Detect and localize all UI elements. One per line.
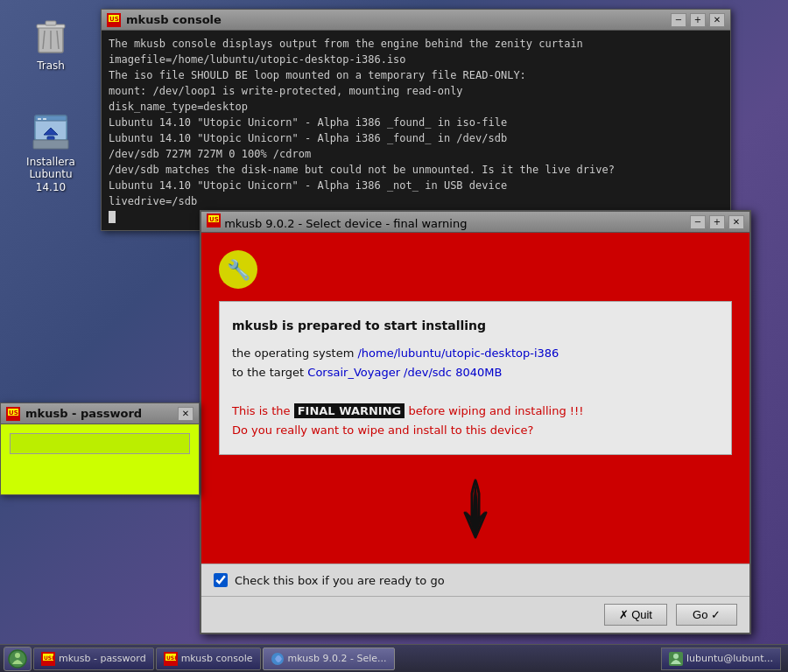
console-line-1: The mkusb console displays output from t… bbox=[109, 36, 723, 52]
svg-rect-2 bbox=[46, 21, 56, 25]
console-titlebar: USB mkusb console − + ✕ bbox=[102, 10, 730, 31]
console-line-2: imagefile=/home/lubuntu/utopic-desktop-i… bbox=[109, 52, 723, 67]
console-close-button[interactable]: ✕ bbox=[709, 13, 725, 27]
warning-close-button[interactable]: ✕ bbox=[728, 215, 744, 229]
taskbar-select-icon bbox=[271, 652, 285, 666]
password-titlebar: USB mkusb - password ✕ bbox=[1, 403, 199, 424]
warning-message-box: mkusb is prepared to start installing th… bbox=[219, 301, 732, 455]
svg-point-23 bbox=[15, 653, 20, 658]
password-title-icon: USB bbox=[6, 407, 20, 421]
taskbar-btn-select[interactable]: mkusb 9.0.2 - Sele... bbox=[263, 648, 395, 670]
warning-titlebar: USB mkusb 9.0.2 - Select device - final … bbox=[201, 212, 749, 233]
preparing-label: mkusb is prepared to start installing bbox=[232, 316, 719, 337]
trash-label: Trash bbox=[37, 60, 65, 72]
warning-window-controls: − + ✕ bbox=[690, 215, 744, 229]
warning-badge: FINAL WARNING bbox=[294, 403, 405, 418]
warning-minimize-button[interactable]: − bbox=[690, 215, 706, 229]
os-path: /home/lubuntu/utopic-desktop-i386 bbox=[357, 346, 559, 360]
console-title-icon: USB bbox=[107, 13, 121, 27]
console-line-10: Lubuntu 14.10 "Utopic Unicorn" - Alpha i… bbox=[109, 178, 723, 193]
arrow-container bbox=[219, 467, 732, 546]
go-button[interactable]: Go ✓ bbox=[676, 604, 737, 626]
desktop: Trash InstalleraLubuntu 14.10 USB bbox=[0, 0, 788, 672]
install-label: InstalleraLubuntu 14.10 bbox=[21, 156, 81, 193]
console-line-6: Lubuntu 14.10 "Utopic Unicorn" - Alpha i… bbox=[109, 115, 723, 130]
warning-maximize-button[interactable]: + bbox=[709, 215, 725, 229]
svg-rect-9 bbox=[43, 118, 46, 120]
console-line-7: Lubuntu 14.10 "Utopic Unicorn" - Alpha i… bbox=[109, 130, 723, 146]
console-output: The mkusb console displays output from t… bbox=[102, 31, 730, 230]
svg-rect-11 bbox=[47, 136, 54, 140]
warning-title-text: mkusb 9.0.2 - Select device - final warn… bbox=[224, 217, 467, 230]
taskbar: USB mkusb - password USB mkusb console m… bbox=[0, 644, 788, 672]
taskbar-btn-console-label: mkusb console bbox=[181, 653, 253, 664]
console-line-3: The iso file SHOULD BE loop mounted on a… bbox=[109, 67, 723, 83]
svg-text:USB: USB bbox=[209, 216, 221, 223]
user-icon bbox=[669, 652, 683, 666]
taskbar-btn-console[interactable]: USB mkusb console bbox=[156, 648, 261, 670]
checkbox-label: Check this box if you are ready to go bbox=[235, 574, 445, 587]
svg-rect-8 bbox=[38, 118, 41, 120]
svg-text:USB: USB bbox=[166, 654, 178, 661]
console-window-controls: − + ✕ bbox=[671, 13, 725, 27]
console-maximize-button[interactable]: + bbox=[690, 13, 706, 27]
ready-checkbox[interactable] bbox=[214, 573, 228, 587]
svg-rect-12 bbox=[33, 140, 68, 149]
start-icon bbox=[7, 648, 28, 669]
desktop-icon-trash[interactable]: Trash bbox=[16, 9, 86, 77]
taskbar-console-icon: USB bbox=[164, 652, 178, 666]
svg-text:USB: USB bbox=[109, 16, 121, 23]
taskbar-btn-password[interactable]: USB mkusb - password bbox=[33, 648, 154, 670]
warning-title-left: USB mkusb 9.0.2 - Select device - final … bbox=[207, 214, 467, 230]
svg-text:USB: USB bbox=[44, 654, 55, 661]
trash-icon bbox=[30, 14, 72, 56]
taskbar-btn-select-label: mkusb 9.0.2 - Sele... bbox=[288, 653, 387, 664]
console-line-5: disk_name_type=desktop bbox=[109, 99, 723, 115]
password-title-text: mkusb - password bbox=[25, 407, 142, 420]
install-icon bbox=[30, 110, 72, 152]
console-line-8: /dev/sdb 727M 727M 0 100% /cdrom bbox=[109, 146, 723, 162]
password-close-button[interactable]: ✕ bbox=[178, 407, 193, 421]
password-title-left: USB mkusb - password bbox=[6, 407, 142, 421]
console-minimize-button[interactable]: − bbox=[671, 13, 686, 27]
warning-title-icon: USB bbox=[207, 214, 221, 228]
password-window: USB mkusb - password ✕ bbox=[0, 402, 200, 495]
password-window-controls: ✕ bbox=[178, 407, 193, 421]
password-content bbox=[1, 424, 199, 494]
target-device: Corsair_Voyager /dev/sdc 8040MB bbox=[307, 366, 502, 379]
svg-text:USB: USB bbox=[9, 410, 20, 416]
taskbar-right: lubuntu@lubunt... bbox=[661, 648, 784, 670]
dialog-buttons: ✗ Quit Go ✓ bbox=[201, 596, 749, 633]
taskbar-tray-user[interactable]: lubuntu@lubunt... bbox=[661, 648, 781, 670]
warning-body: 🔧 mkusb is prepared to start installing … bbox=[201, 233, 749, 564]
tray-user-label: lubuntu@lubunt... bbox=[686, 653, 773, 664]
taskbar-start-button[interactable] bbox=[4, 647, 32, 671]
taskbar-password-icon: USB bbox=[41, 652, 55, 666]
desktop-icon-install[interactable]: InstalleraLubuntu 14.10 bbox=[16, 105, 86, 199]
target-label: to the target bbox=[232, 366, 304, 379]
console-line-11: livedrive=/sdb bbox=[109, 193, 723, 209]
warning-dialog: USB mkusb 9.0.2 - Select device - final … bbox=[200, 210, 751, 634]
taskbar-btn-password-label: mkusb - password bbox=[59, 653, 146, 664]
os-label: the operating system bbox=[232, 346, 354, 360]
console-window: USB mkusb console − + ✕ The mkusb consol… bbox=[101, 9, 731, 231]
warning-suffix: before wiping and installing !!! bbox=[405, 404, 583, 417]
svg-point-32 bbox=[673, 654, 679, 659]
console-line-4: mount: /dev/loop1 is write-protected, mo… bbox=[109, 83, 723, 99]
console-title-text: mkusb console bbox=[126, 13, 222, 26]
quit-button[interactable]: ✗ Quit bbox=[604, 604, 667, 626]
warning-question: Do you really want to wipe and install t… bbox=[232, 424, 533, 437]
warning-wrench-icon: 🔧 bbox=[219, 250, 257, 289]
checkbox-row: Check this box if you are ready to go bbox=[201, 564, 749, 596]
console-title-left: USB mkusb console bbox=[107, 13, 222, 27]
down-arrow-icon bbox=[449, 476, 502, 546]
warning-prefix: This is the bbox=[232, 404, 294, 417]
console-line-9: /dev/sdb matches the disk-name but could… bbox=[109, 162, 723, 178]
password-input[interactable] bbox=[10, 433, 190, 454]
